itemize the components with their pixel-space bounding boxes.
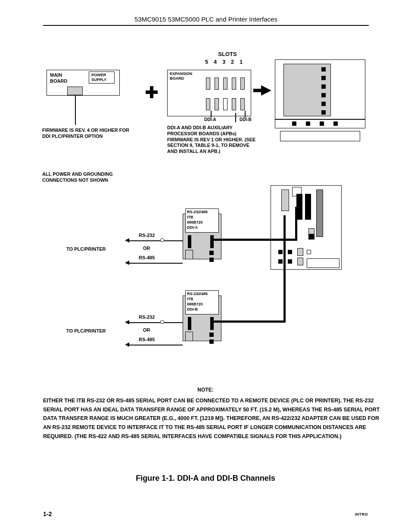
device-indicator <box>321 110 326 115</box>
rear-bar <box>296 194 302 220</box>
page-header: 53MC9015 53MC5000 PLC and Printer Interf… <box>43 16 369 23</box>
rs232-b: RS-232 <box>139 314 155 320</box>
rs485-b-arrow <box>125 342 129 347</box>
itb-b-block <box>185 332 193 341</box>
device-divider <box>275 119 365 120</box>
slot-module <box>215 98 219 110</box>
rs232-b-arrow <box>125 320 129 324</box>
to-plc-b: TO PLC/PRINTER <box>66 328 106 334</box>
itb-b-l4: DDI-B <box>187 307 198 312</box>
device-button <box>320 121 324 126</box>
arrow-right-icon <box>261 85 271 96</box>
itb-b-l2: ITB <box>187 297 193 302</box>
note-body: EITHER THE ITB RS-232 OR RS-485 SERIAL P… <box>43 396 383 441</box>
main-board-label: MAIN BOARD <box>50 72 72 84</box>
slot-module <box>206 78 210 90</box>
slot-2: 2 <box>231 59 234 65</box>
slot-1: 1 <box>240 59 243 65</box>
or-a: OR <box>143 246 150 252</box>
itb-a-terminal <box>209 251 214 255</box>
rear-sq <box>288 250 292 254</box>
rear-sq <box>278 259 283 264</box>
rs232-a: RS-232 <box>139 233 155 239</box>
line-junction <box>160 238 164 242</box>
ddi-b-leader <box>245 111 246 118</box>
ddi-b-label: DDI-B <box>240 117 252 123</box>
ddi-divider <box>235 113 236 122</box>
itb-b-terminal <box>209 339 214 344</box>
device-indicator <box>321 76 326 80</box>
slot-4: 4 <box>214 59 217 65</box>
rs232-b-line <box>128 322 183 323</box>
note-title: NOTE: <box>168 387 243 393</box>
cable-b-h <box>213 320 286 323</box>
device-base <box>280 131 360 141</box>
ddi-a-leader <box>211 111 212 118</box>
rear-block-top <box>308 228 314 234</box>
slot-module <box>240 98 245 110</box>
page-number: 1-2 <box>43 510 52 517</box>
apb-note: DDI-A AND DDI-B AUXILIARY PROCESSOR BOAR… <box>167 125 258 155</box>
diagram-area: MAIN BOARD POWER SUPPLY FIRMWARE IS REV.… <box>42 47 370 375</box>
device-screen <box>283 64 331 116</box>
section-label: INTRO <box>355 512 368 516</box>
slot-module <box>240 78 245 90</box>
plus-icon <box>146 86 157 97</box>
firmware-note: FIRMWARE IS REV. 4 OR HIGHER FOR DDI PLC… <box>42 128 133 140</box>
arrow-stem <box>253 89 262 92</box>
slot-module <box>206 98 210 110</box>
power-supply-label: POWER SUPPLY <box>91 73 112 83</box>
itb-a-conn <box>188 235 191 248</box>
rs232-a-arrow <box>125 238 129 243</box>
itb-b-terminal <box>209 333 214 337</box>
rs485-a-line <box>128 263 183 264</box>
slot-3: 3 <box>222 59 225 65</box>
device-button <box>292 121 296 126</box>
grounding-note: ALL POWER AND GROUNDING CONNECTIONS NOT … <box>42 171 137 184</box>
rear-sq <box>278 250 283 254</box>
rs485-a-arrow <box>125 261 129 265</box>
cable-b-v <box>283 215 286 323</box>
header-rule <box>43 25 369 26</box>
itb-a-l1: RS-232/485 <box>187 210 208 215</box>
rear-sq <box>288 259 292 264</box>
rear-sq-gray <box>297 248 303 256</box>
slot-module <box>223 98 227 110</box>
main-board-chip <box>67 87 83 95</box>
to-plc-a: TO PLC/PRINTER <box>66 246 106 252</box>
rs485-a: RS-485 <box>139 255 155 261</box>
device-button <box>333 121 338 126</box>
slot-module <box>232 78 236 90</box>
device-button <box>306 121 310 126</box>
or-b: OR <box>143 327 150 333</box>
rear-sq-gray <box>297 258 303 265</box>
ddi-a-label: DDI-A <box>204 117 216 123</box>
rear-module <box>281 190 289 211</box>
itb-b-l3: 686B720 <box>187 302 203 307</box>
cable-a-v <box>295 207 297 240</box>
rear-bar <box>305 194 311 220</box>
itb-a-terminal <box>209 258 214 262</box>
device-indicator <box>321 102 326 106</box>
itb-a-l4: DDI-A <box>187 225 198 230</box>
slot-module <box>215 78 219 90</box>
rs232-a-line <box>128 240 183 241</box>
itb-a-conn <box>210 235 214 248</box>
itb-a-l3: 686B720 <box>187 220 203 225</box>
itb-a-l2: ITB <box>187 215 193 220</box>
rear-slot <box>316 190 323 237</box>
itb-b-l1: RS-232/485 <box>187 292 208 296</box>
itb-b-conn <box>210 317 214 330</box>
rs485-b: RS-485 <box>139 337 155 343</box>
leader-line <box>75 96 76 125</box>
rs485-b-line <box>128 345 183 345</box>
device-indicator <box>321 93 326 97</box>
figure-caption: Figure 1-1. DDI-A and DDI-B Channels <box>0 474 411 483</box>
line-junction <box>160 320 164 324</box>
device-indicator <box>321 67 326 72</box>
slot-module <box>232 98 236 110</box>
page: 53MC9015 53MC5000 PLC and Printer Interf… <box>0 0 411 532</box>
rear-port-box <box>307 258 339 268</box>
slot-module <box>223 78 227 90</box>
itb-b-conn <box>188 317 191 330</box>
